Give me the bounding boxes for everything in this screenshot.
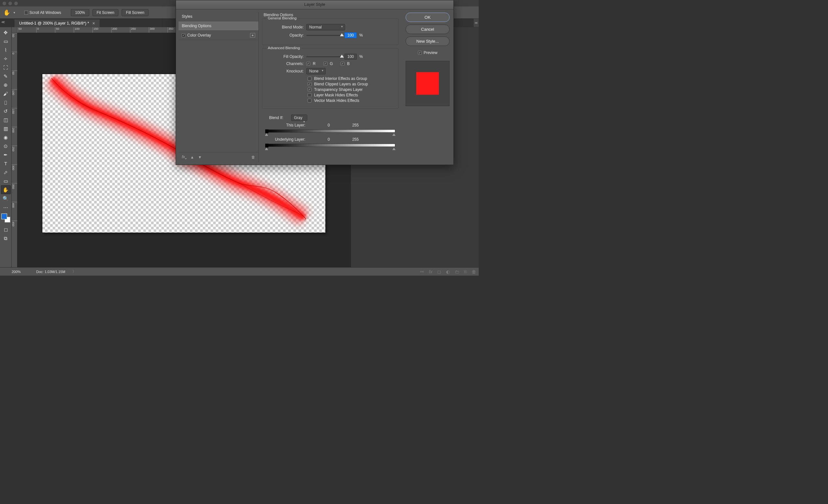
general-blending-group: General Blending Blend Mode: Normal Opac… xyxy=(262,18,399,45)
stamp-tool[interactable]: ⌷ xyxy=(1,98,11,107)
color-swatches[interactable] xyxy=(1,213,10,222)
magic-wand-tool[interactable]: ✧ xyxy=(1,54,11,63)
opacity-input[interactable]: 100 xyxy=(344,32,357,38)
color-overlay-checkbox[interactable] xyxy=(182,34,185,37)
hand-tool-icon: ✋ xyxy=(3,9,10,16)
more-tools[interactable]: ⋯ xyxy=(1,203,11,212)
status-zoom[interactable]: 200% xyxy=(0,270,32,274)
styles-footer: fx▾ ▲ ▼ 🗑 xyxy=(178,152,258,162)
preview-color-swatch xyxy=(416,72,439,95)
dialog-title: Layer Style xyxy=(176,0,453,9)
cancel-button[interactable]: Cancel xyxy=(406,25,450,34)
layer-mask-hides-checkbox[interactable] xyxy=(307,93,312,97)
ruler-origin[interactable] xyxy=(12,27,17,33)
channel-g-checkbox[interactable] xyxy=(323,62,327,66)
status-doc-size[interactable]: Doc: 1.03M/1.15M xyxy=(32,270,69,274)
fill-opacity-input[interactable]: 100 xyxy=(344,54,357,59)
delete-style-icon[interactable]: 🗑 xyxy=(251,155,255,160)
blend-interior-checkbox[interactable] xyxy=(307,77,312,81)
path-select-tool[interactable]: ⬀ xyxy=(1,168,11,177)
blend-if-select[interactable]: Gray xyxy=(291,115,307,121)
eyedropper-tool[interactable]: ✎ xyxy=(1,72,11,81)
blend-if-group: Blend If: Gray This Layer: 0 255 Underly… xyxy=(262,112,399,152)
styles-list-column: Styles Blending Options Color Overlay + … xyxy=(178,12,259,162)
transparency-shapes-checkbox[interactable] xyxy=(307,88,312,91)
ok-button[interactable]: OK xyxy=(406,13,450,22)
history-brush-tool[interactable]: ↺ xyxy=(1,107,11,116)
blur-tool[interactable]: ◉ xyxy=(1,133,11,142)
layer-style-dialog: Layer Style Styles Blending Options Colo… xyxy=(176,0,454,165)
delete-layer-icon[interactable]: 🗑 xyxy=(471,269,476,274)
layer-fx-icon[interactable]: fx xyxy=(429,269,432,274)
panel-collapse-strip[interactable]: ≪ xyxy=(473,19,479,27)
gradient-tool[interactable]: ▥ xyxy=(1,124,11,133)
vector-mask-hides-checkbox[interactable] xyxy=(307,99,312,102)
hand-tool[interactable]: ✋ xyxy=(1,185,11,194)
tools-panel: ✥ ▭ ⌇ ✧ ⛶ ✎ ⊕ 🖌 ⌷ ↺ ◫ ▥ ◉ ⊙ ✒ T ⬀ ▭ ✋ 🔍 … xyxy=(0,27,12,267)
crop-tool[interactable]: ⛶ xyxy=(1,63,11,72)
preview-checkbox[interactable]: Preview xyxy=(406,50,450,55)
preview-swatch xyxy=(406,61,450,106)
opacity-slider[interactable] xyxy=(306,35,342,36)
document-tab-title: Untitled-1 @ 200% (Layer 1, RGB/8*) * xyxy=(19,21,89,26)
ruler-vertical[interactable]: 50050100150200250300350400450 xyxy=(12,33,17,267)
status-bar: 200% Doc: 1.03M/1.15M 〉 ⚯ fx ◻ ◐ 🗀 ⎘ 🗑 xyxy=(0,267,479,276)
document-tab[interactable]: Untitled-1 @ 200% (Layer 1, RGB/8*) * ✕ xyxy=(14,19,99,27)
quick-mask-tool[interactable]: ◻ xyxy=(1,225,11,234)
fx-menu-icon[interactable]: fx▾ xyxy=(182,154,186,160)
fill-screen-button[interactable]: Fill Screen xyxy=(122,9,149,16)
dialog-buttons-column: OK Cancel New Style... Preview xyxy=(402,9,453,165)
type-tool[interactable]: T xyxy=(1,159,11,168)
knockout-select[interactable]: None xyxy=(306,68,326,74)
this-layer-slider[interactable] xyxy=(265,129,395,133)
tab-collapse-icon[interactable]: ≪ xyxy=(1,20,5,24)
traffic-max[interactable] xyxy=(14,2,18,5)
marquee-tool[interactable]: ▭ xyxy=(1,37,11,46)
traffic-min[interactable] xyxy=(8,2,12,5)
layer-group-icon[interactable]: 🗀 xyxy=(455,269,459,274)
add-effect-icon[interactable]: + xyxy=(250,33,255,38)
fill-opacity-slider[interactable] xyxy=(306,56,342,57)
style-item-color-overlay[interactable]: Color Overlay + xyxy=(178,31,258,40)
zoom-percent[interactable]: 100% xyxy=(71,9,89,16)
traffic-close[interactable] xyxy=(3,2,6,5)
channel-r-checkbox[interactable] xyxy=(306,62,310,66)
layer-mask-icon[interactable]: ◻ xyxy=(437,269,441,274)
layers-panel-footer: ⚯ fx ◻ ◐ 🗀 ⎘ 🗑 xyxy=(420,269,476,274)
pen-tool[interactable]: ✒ xyxy=(1,151,11,159)
blending-options-column: Blending Options General Blending Blend … xyxy=(259,9,402,165)
shape-tool[interactable]: ▭ xyxy=(1,177,11,185)
underlying-layer-slider[interactable] xyxy=(265,143,395,147)
new-layer-icon[interactable]: ⎘ xyxy=(464,269,467,274)
style-item-blending-options[interactable]: Blending Options xyxy=(178,22,258,31)
dodge-tool[interactable]: ⊙ xyxy=(1,142,11,151)
scroll-all-windows-checkbox[interactable]: Scroll All Windows xyxy=(24,10,61,15)
blend-mode-select[interactable]: Normal xyxy=(306,24,345,31)
move-tool[interactable]: ✥ xyxy=(1,28,11,37)
link-layers-icon[interactable]: ⚯ xyxy=(420,269,424,274)
blend-clipped-checkbox[interactable] xyxy=(307,82,312,86)
healing-tool[interactable]: ⊕ xyxy=(1,81,11,89)
move-up-icon[interactable]: ▲ xyxy=(190,155,194,160)
status-menu-icon[interactable]: 〉 xyxy=(73,269,76,274)
foreground-color[interactable] xyxy=(1,213,7,219)
channel-b-checkbox[interactable] xyxy=(341,62,344,66)
styles-header[interactable]: Styles xyxy=(178,12,258,22)
zoom-tool[interactable]: 🔍 xyxy=(1,194,11,203)
screen-mode-tool[interactable]: ⧉ xyxy=(1,234,11,243)
lasso-tool[interactable]: ⌇ xyxy=(1,46,11,54)
tool-preset-dropdown[interactable]: ▾ xyxy=(13,11,15,14)
close-tab-icon[interactable]: ✕ xyxy=(92,22,95,26)
move-down-icon[interactable]: ▼ xyxy=(198,155,202,160)
adjustment-layer-icon[interactable]: ◐ xyxy=(446,269,450,274)
eraser-tool[interactable]: ◫ xyxy=(1,116,11,124)
advanced-blending-group: Advanced Blending Fill Opacity: 100 % Ch… xyxy=(262,48,399,109)
brush-tool[interactable]: 🖌 xyxy=(1,89,11,98)
new-style-button[interactable]: New Style... xyxy=(406,37,450,46)
fit-screen-button[interactable]: Fit Screen xyxy=(92,9,119,16)
